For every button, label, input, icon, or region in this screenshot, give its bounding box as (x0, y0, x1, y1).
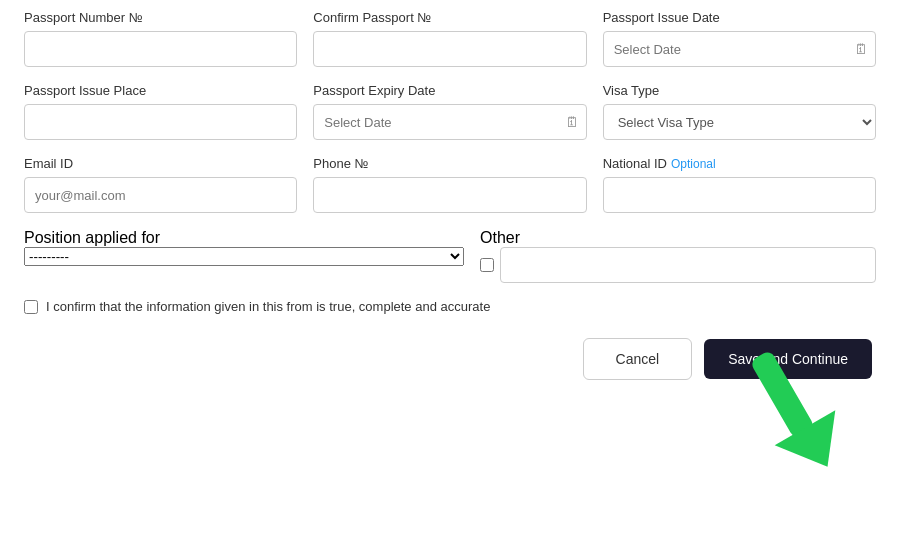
confirm-passport-input[interactable] (313, 31, 586, 67)
save-continue-button[interactable]: Save And Continue (704, 339, 872, 379)
other-input-row (480, 247, 876, 283)
phone-input[interactable] (313, 177, 586, 213)
passport-issue-place-label: Passport Issue Place (24, 83, 297, 98)
other-input[interactable] (500, 247, 876, 283)
email-label: Email ID (24, 156, 297, 171)
email-group: Email ID (24, 156, 297, 213)
confirm-passport-group: Confirm Passport № (313, 10, 586, 67)
phone-group: Phone № (313, 156, 586, 213)
visa-type-select[interactable]: Select Visa Type Tourist Business Studen… (603, 104, 876, 140)
national-id-label: National IDOptional (603, 156, 876, 171)
visa-type-group: Visa Type Select Visa Type Tourist Busin… (603, 83, 876, 140)
national-id-input[interactable] (603, 177, 876, 213)
visa-type-label: Visa Type (603, 83, 876, 98)
passport-issue-place-group: Passport Issue Place (24, 83, 297, 140)
svg-marker-1 (775, 410, 858, 484)
passport-expiry-date-input[interactable] (313, 104, 586, 140)
other-checkbox[interactable] (480, 258, 494, 272)
email-input[interactable] (24, 177, 297, 213)
cancel-button[interactable]: Cancel (583, 338, 693, 380)
confirm-row: I confirm that the information given in … (24, 299, 876, 314)
passport-expiry-date-label: Passport Expiry Date (313, 83, 586, 98)
passport-number-input[interactable] (24, 31, 297, 67)
passport-expiry-date-wrapper: 🗓 (313, 104, 586, 140)
passport-number-label: Passport Number № (24, 10, 297, 25)
position-select[interactable]: --------- (24, 247, 464, 266)
confirm-label: I confirm that the information given in … (46, 299, 490, 314)
passport-issue-date-group: Passport Issue Date 🗓 (603, 10, 876, 67)
position-label: Position applied for (24, 229, 464, 247)
confirm-passport-label: Confirm Passport № (313, 10, 586, 25)
passport-issue-date-label: Passport Issue Date (603, 10, 876, 25)
passport-number-group: Passport Number № (24, 10, 297, 67)
other-label: Other (480, 229, 876, 247)
position-row: Position applied for --------- Other (24, 229, 876, 283)
passport-issue-date-wrapper: 🗓 (603, 31, 876, 67)
other-group: Other (480, 229, 876, 283)
button-row: Cancel Save And Continue (24, 338, 876, 380)
national-id-group: National IDOptional (603, 156, 876, 213)
passport-expiry-date-group: Passport Expiry Date 🗓 (313, 83, 586, 140)
passport-issue-date-input[interactable] (603, 31, 876, 67)
phone-label: Phone № (313, 156, 586, 171)
passport-issue-place-input[interactable] (24, 104, 297, 140)
position-group: Position applied for --------- (24, 229, 464, 266)
confirm-checkbox[interactable] (24, 300, 38, 314)
